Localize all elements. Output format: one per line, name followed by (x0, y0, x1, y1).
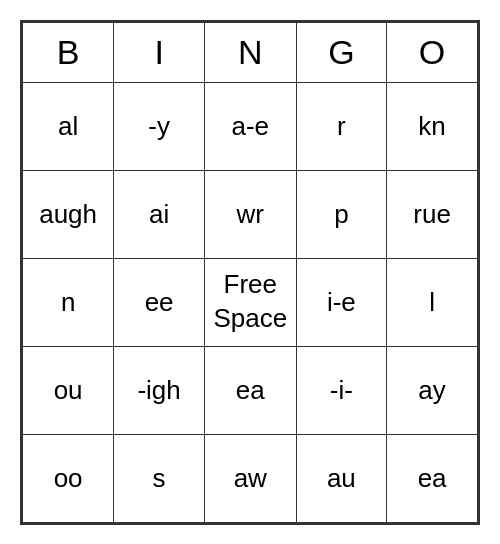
cell-r1-c1[interactable]: ai (114, 170, 205, 258)
bingo-card: B I N G O al-ya-erknaughaiwrprueneeFreeS… (20, 20, 480, 525)
cell-r4-c3[interactable]: au (296, 434, 387, 522)
table-row: ou-ighea-i-ay (23, 346, 478, 434)
table-row: neeFreeSpacei-el (23, 258, 478, 346)
header-n: N (204, 22, 296, 82)
cell-r3-c4[interactable]: ay (387, 346, 478, 434)
cell-r3-c2[interactable]: ea (204, 346, 296, 434)
cell-r1-c0[interactable]: augh (23, 170, 114, 258)
header-b: B (23, 22, 114, 82)
cell-r2-c1[interactable]: ee (114, 258, 205, 346)
header-o: O (387, 22, 478, 82)
table-row: oosawauea (23, 434, 478, 522)
cell-r4-c0[interactable]: oo (23, 434, 114, 522)
cell-r4-c2[interactable]: aw (204, 434, 296, 522)
cell-r2-c2[interactable]: FreeSpace (204, 258, 296, 346)
cell-r3-c3[interactable]: -i- (296, 346, 387, 434)
header-row: B I N G O (23, 22, 478, 82)
cell-r3-c0[interactable]: ou (23, 346, 114, 434)
cell-r1-c4[interactable]: rue (387, 170, 478, 258)
header-i: I (114, 22, 205, 82)
cell-r4-c1[interactable]: s (114, 434, 205, 522)
cell-r1-c3[interactable]: p (296, 170, 387, 258)
cell-r0-c2[interactable]: a-e (204, 82, 296, 170)
cell-r1-c2[interactable]: wr (204, 170, 296, 258)
cell-r0-c0[interactable]: al (23, 82, 114, 170)
cell-r2-c0[interactable]: n (23, 258, 114, 346)
cell-r0-c3[interactable]: r (296, 82, 387, 170)
cell-r0-c4[interactable]: kn (387, 82, 478, 170)
cell-r2-c3[interactable]: i-e (296, 258, 387, 346)
cell-r4-c4[interactable]: ea (387, 434, 478, 522)
table-row: aughaiwrprue (23, 170, 478, 258)
header-g: G (296, 22, 387, 82)
cell-r2-c4[interactable]: l (387, 258, 478, 346)
table-row: al-ya-erkn (23, 82, 478, 170)
cell-r0-c1[interactable]: -y (114, 82, 205, 170)
cell-r3-c1[interactable]: -igh (114, 346, 205, 434)
